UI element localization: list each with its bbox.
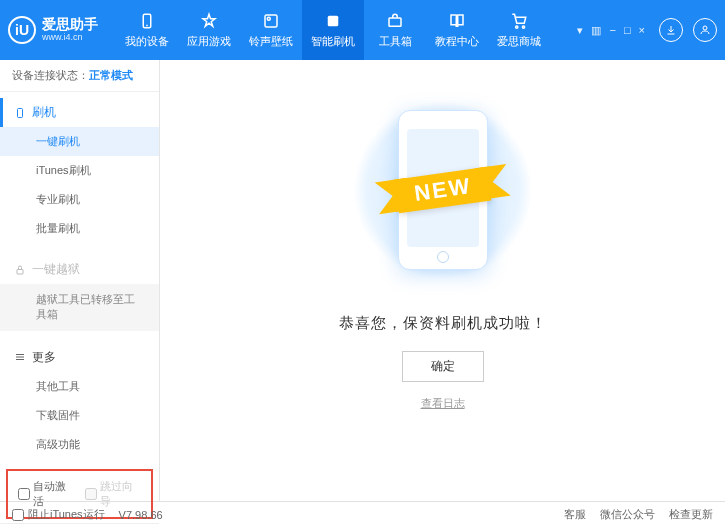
- sidebar-head-jailbreak[interactable]: 一键越狱: [0, 255, 159, 284]
- footer-link-update[interactable]: 检查更新: [669, 507, 713, 522]
- sidebar-item-advanced[interactable]: 高级功能: [0, 430, 159, 459]
- book-icon: [447, 11, 467, 31]
- more-icon: [14, 351, 26, 363]
- ok-button[interactable]: 确定: [402, 351, 484, 382]
- menu-icon[interactable]: ▾: [577, 24, 583, 37]
- window-controls: ▾ ▥ − □ ×: [577, 24, 645, 37]
- flash-small-icon: [14, 107, 26, 119]
- image-icon: [261, 11, 281, 31]
- footer-link-support[interactable]: 客服: [564, 507, 586, 522]
- version-label: V7.98.66: [119, 509, 163, 521]
- svg-rect-9: [18, 108, 23, 117]
- svg-rect-10: [17, 269, 23, 274]
- connection-status: 设备连接状态：正常模式: [0, 60, 159, 92]
- success-illustration: NEW: [343, 90, 543, 290]
- sidebar-item-oneclick[interactable]: 一键刷机: [0, 127, 159, 156]
- download-button[interactable]: [659, 18, 683, 42]
- nav-ringtones[interactable]: 铃声壁纸: [240, 0, 302, 60]
- cart-icon: [509, 11, 529, 31]
- minimize-icon[interactable]: −: [609, 24, 615, 37]
- svg-rect-2: [265, 15, 277, 27]
- nav-tutorial[interactable]: 教程中心: [426, 0, 488, 60]
- app-header: iU 爱思助手 www.i4.cn 我的设备 应用游戏 铃声壁纸 智能刷机 工具…: [0, 0, 725, 60]
- sidebar-head-more[interactable]: 更多: [0, 343, 159, 372]
- user-button[interactable]: [693, 18, 717, 42]
- sidebar-head-flash[interactable]: 刷机: [0, 98, 159, 127]
- lock-icon: [14, 264, 26, 276]
- apps-icon: [199, 11, 219, 31]
- svg-point-7: [522, 26, 524, 28]
- logo: iU 爱思助手 www.i4.cn: [8, 16, 98, 44]
- main-content: NEW 恭喜您，保资料刷机成功啦！ 确定 查看日志: [160, 60, 725, 501]
- app-title: 爱思助手: [42, 17, 98, 32]
- checkbox-block-itunes[interactable]: 阻止iTunes运行: [12, 507, 105, 522]
- svg-rect-4: [328, 16, 339, 27]
- sidebar-item-batch[interactable]: 批量刷机: [0, 214, 159, 243]
- app-url: www.i4.cn: [42, 33, 98, 43]
- checkbox-skip-guide[interactable]: 跳过向导: [85, 479, 142, 509]
- logo-icon: iU: [8, 16, 36, 44]
- skin-icon[interactable]: ▥: [591, 24, 601, 37]
- sidebar-item-pro[interactable]: 专业刷机: [0, 185, 159, 214]
- nav-apps[interactable]: 应用游戏: [178, 0, 240, 60]
- svg-point-6: [516, 26, 518, 28]
- device-info: iPhone 15 Pro Max 512GB iPhone: [0, 523, 159, 527]
- nav-store[interactable]: 爱思商城: [488, 0, 550, 60]
- top-nav: 我的设备 应用游戏 铃声壁纸 智能刷机 工具箱 教程中心 爱思商城: [116, 0, 550, 60]
- sidebar: 设备连接状态：正常模式 刷机 一键刷机 iTunes刷机 专业刷机 批量刷机 一…: [0, 60, 160, 501]
- footer-link-wechat[interactable]: 微信公众号: [600, 507, 655, 522]
- success-message: 恭喜您，保资料刷机成功啦！: [339, 314, 547, 333]
- svg-point-3: [267, 17, 270, 20]
- checkbox-auto-activate[interactable]: 自动激活: [18, 479, 75, 509]
- flash-icon: [323, 11, 343, 31]
- maximize-icon[interactable]: □: [624, 24, 631, 37]
- svg-point-8: [703, 26, 707, 30]
- nav-toolbox[interactable]: 工具箱: [364, 0, 426, 60]
- close-icon[interactable]: ×: [639, 24, 645, 37]
- sidebar-item-firmware[interactable]: 下载固件: [0, 401, 159, 430]
- svg-rect-5: [389, 18, 401, 26]
- nav-flash[interactable]: 智能刷机: [302, 0, 364, 60]
- toolbox-icon: [385, 11, 405, 31]
- sidebar-item-other[interactable]: 其他工具: [0, 372, 159, 401]
- phone-icon: [137, 11, 157, 31]
- view-log-link[interactable]: 查看日志: [421, 396, 465, 411]
- nav-my-device[interactable]: 我的设备: [116, 0, 178, 60]
- sidebar-item-itunes[interactable]: iTunes刷机: [0, 156, 159, 185]
- jailbreak-note: 越狱工具已转移至工具箱: [0, 284, 159, 331]
